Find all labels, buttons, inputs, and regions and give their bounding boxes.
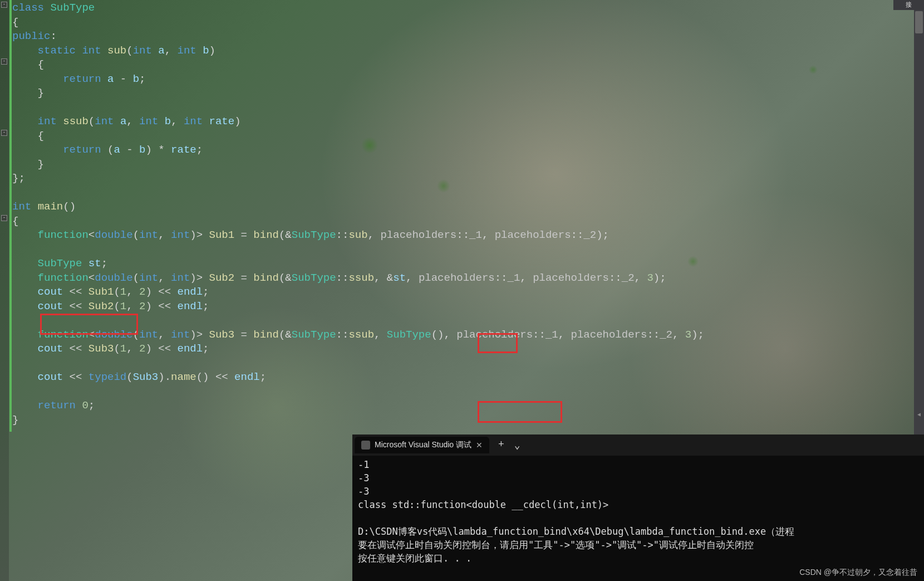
- fold-marker[interactable]: -: [1, 215, 7, 221]
- code-gutter: [0, 0, 9, 581]
- output-line: -1: [358, 459, 369, 470]
- keyword-public: public: [12, 30, 50, 42]
- function-sub: sub: [107, 45, 126, 57]
- fold-marker[interactable]: -: [1, 130, 7, 136]
- terminal-tabbar: Microsoft Visual Studio 调试 ✕ + ⌄: [352, 434, 924, 456]
- function-ssub: ssub: [63, 115, 89, 128]
- fold-marker[interactable]: -: [1, 2, 7, 8]
- terminal-tab[interactable]: Microsoft Visual Studio 调试 ✕: [355, 437, 489, 453]
- terminal-icon: [361, 441, 370, 450]
- type-name: SubType: [50, 2, 95, 14]
- output-line: 按任意键关闭此窗口. . .: [358, 553, 471, 564]
- terminal-actions: + ⌄: [492, 439, 520, 451]
- fold-marker[interactable]: -: [1, 58, 7, 65]
- terminal-window: Microsoft Visual Studio 调试 ✕ + ⌄ -1 -3 -…: [352, 434, 924, 581]
- scrollbar-thumb[interactable]: [915, 11, 923, 33]
- brace: {: [12, 16, 18, 28]
- terminal-output[interactable]: -1 -3 -3 class std::function<double __cd…: [352, 456, 924, 581]
- output-line: class std::function<double __cdecl(int,i…: [358, 499, 608, 510]
- output-line: -3: [358, 486, 369, 497]
- close-icon[interactable]: ✕: [476, 441, 483, 450]
- keyword-class: class: [12, 2, 44, 14]
- change-indicator-bar: [9, 0, 12, 432]
- watermark-text: CSDN @争不过朝夕，又念着往昔: [799, 568, 917, 578]
- output-line: D:\CSDN博客vs代码\lambda_function_bind\x64\D…: [358, 526, 800, 537]
- output-line: -3: [358, 472, 369, 484]
- terminal-tab-title: Microsoft Visual Studio 调试: [375, 440, 471, 450]
- output-line: 要在调试停止时自动关闭控制台，请启用"工具"->"选项"->"调试"->"调试停…: [358, 539, 754, 550]
- function-main: main: [38, 201, 63, 213]
- new-tab-button[interactable]: +: [498, 439, 504, 451]
- tab-dropdown-icon[interactable]: ⌄: [514, 439, 520, 451]
- code-editor[interactable]: class SubType { public: static int sub(i…: [12, 1, 914, 427]
- scroll-left-arrow[interactable]: ◀: [915, 411, 923, 419]
